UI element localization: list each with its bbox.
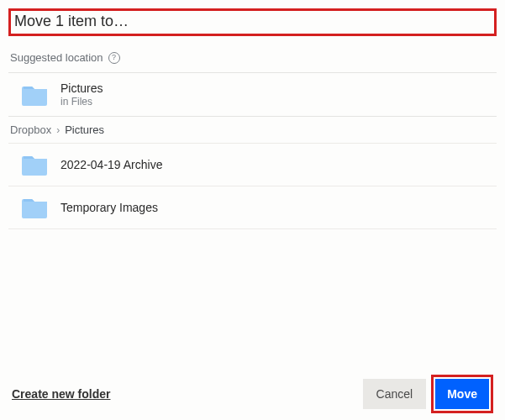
title-highlight-box: Move 1 item to… [8,8,497,36]
breadcrumb-root[interactable]: Dropbox [10,123,51,136]
folder-icon [22,84,49,106]
spacer [8,229,497,370]
folder-name: Temporary Images [60,201,158,214]
suggested-item-sub: in Files [60,96,103,108]
breadcrumb: Dropbox › Pictures [8,116,497,143]
move-highlight-box: Move [431,375,493,413]
folder-list: 2022-04-19 Archive Temporary Images [8,143,497,229]
suggested-item-text: Pictures in Files [60,81,103,108]
breadcrumb-current: Pictures [65,123,104,136]
move-button[interactable]: Move [435,379,489,409]
dialog-title: Move 1 item to… [14,13,489,30]
list-item[interactable]: Temporary Images [8,186,497,229]
dialog-footer: Create new folder Cancel Move [8,370,497,420]
folder-icon [22,154,49,176]
suggested-location-header: Suggested location ? [8,48,497,72]
help-icon[interactable]: ? [108,52,120,64]
suggested-item-name: Pictures [60,81,103,95]
list-item[interactable]: 2022-04-19 Archive [8,143,497,186]
chevron-right-icon: › [56,124,60,136]
suggested-location-label: Suggested location [10,51,103,64]
move-dialog: Move 1 item to… Suggested location ? Pic… [0,0,505,420]
create-new-folder-link[interactable]: Create new folder [12,387,110,401]
folder-name: 2022-04-19 Archive [60,158,162,171]
cancel-button[interactable]: Cancel [363,379,427,409]
folder-icon [22,197,49,218]
suggested-folder-item[interactable]: Pictures in Files [8,73,497,116]
